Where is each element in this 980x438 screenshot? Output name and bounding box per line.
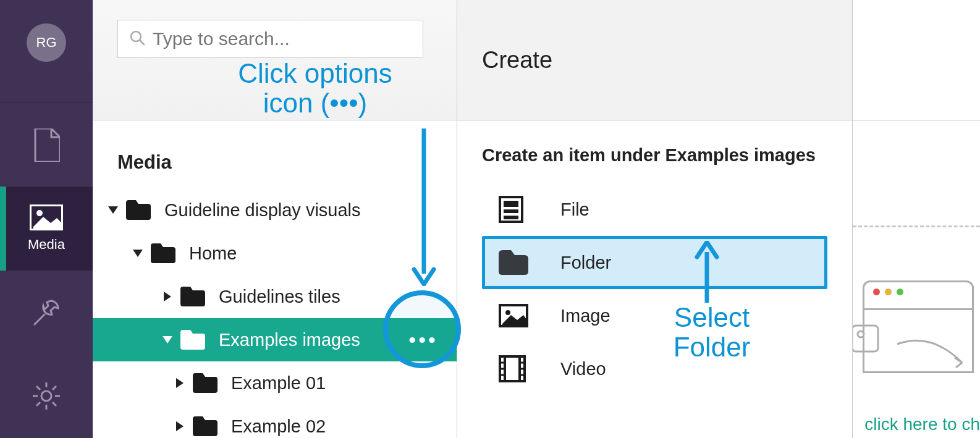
folder-icon xyxy=(193,373,218,393)
svg-line-8 xyxy=(53,402,56,406)
tree-node-example-02[interactable]: Example 02 xyxy=(93,405,457,438)
svg-point-2 xyxy=(41,391,51,401)
tree-node-label: Example 02 xyxy=(231,416,326,437)
create-option-label: Image xyxy=(560,306,610,326)
right-topbar xyxy=(853,0,980,120)
search-input[interactable] xyxy=(153,28,412,49)
nav-developer[interactable] xyxy=(0,354,93,438)
nav-content[interactable] xyxy=(0,103,93,187)
nav-media-label: Media xyxy=(28,237,65,253)
svg-point-1 xyxy=(36,210,43,216)
image-icon xyxy=(499,304,542,327)
svg-rect-15 xyxy=(504,209,518,213)
tree-node-label: Home xyxy=(189,243,237,264)
caret-right-icon xyxy=(173,376,187,390)
right-preview-strip: click here to ch xyxy=(853,0,980,438)
dashed-divider xyxy=(853,225,980,227)
change-link[interactable]: click here to ch xyxy=(864,415,980,434)
tree-panel: Media Guideline display visuals Home xyxy=(93,0,457,438)
svg-point-18 xyxy=(505,310,510,315)
create-option-label: Folder xyxy=(560,253,611,273)
create-option-list: File Folder Image xyxy=(482,183,827,395)
create-option-video[interactable]: Video xyxy=(482,342,827,395)
avatar-initials: RG xyxy=(36,35,57,51)
create-panel: Create Create an item under Examples ima… xyxy=(457,0,853,438)
image-icon xyxy=(30,204,63,230)
folder-icon xyxy=(499,250,542,275)
tree-node-root[interactable]: Guideline display visuals xyxy=(93,188,457,232)
film-icon xyxy=(499,355,542,382)
caret-right-icon xyxy=(161,290,174,303)
tree-node-label: Guideline display visuals xyxy=(164,200,361,221)
tree-node-label: Guidelines tiles xyxy=(219,287,340,307)
tree-node-label: Examples images xyxy=(219,330,360,350)
tree-node-label: Example 01 xyxy=(231,373,326,394)
search-box[interactable] xyxy=(117,20,423,58)
tree-section-title: Media xyxy=(93,120,457,174)
svg-rect-14 xyxy=(504,201,518,207)
svg-line-9 xyxy=(53,386,56,390)
tree-node-guidelines-tiles[interactable]: Guidelines tiles xyxy=(93,275,457,318)
tree-node-examples-images[interactable]: Examples images ••• xyxy=(93,318,457,361)
svg-point-29 xyxy=(858,331,864,337)
folder-icon xyxy=(126,200,151,220)
create-option-folder[interactable]: Folder xyxy=(482,236,827,289)
ellipsis-icon: ••• xyxy=(408,328,438,352)
tree-node-example-01[interactable]: Example 01 xyxy=(93,361,457,405)
caret-down-icon xyxy=(161,333,174,347)
page-icon xyxy=(33,128,60,162)
image-placeholder-icon xyxy=(851,324,879,355)
folder-icon xyxy=(151,243,175,263)
placeholder-window xyxy=(863,280,974,373)
svg-rect-16 xyxy=(504,216,518,219)
svg-rect-28 xyxy=(852,326,878,352)
search-icon xyxy=(129,30,145,48)
left-nav-rail: RG Media xyxy=(0,0,93,438)
file-cabinet-icon xyxy=(499,196,542,223)
window-traffic-lights-icon xyxy=(873,288,903,295)
svg-line-7 xyxy=(36,386,40,390)
caret-right-icon xyxy=(173,419,187,433)
create-option-label: File xyxy=(560,200,589,220)
avatar[interactable]: RG xyxy=(27,23,66,62)
svg-line-10 xyxy=(36,402,40,406)
folder-icon xyxy=(193,416,218,436)
caret-down-icon xyxy=(131,246,145,260)
create-subtitle: Create an item under Examples images xyxy=(482,145,827,166)
create-option-image[interactable]: Image xyxy=(482,289,827,342)
nav-media[interactable]: Media xyxy=(0,187,93,271)
folder-icon xyxy=(180,330,205,350)
create-option-file[interactable]: File xyxy=(482,183,827,236)
tree-node-home[interactable]: Home xyxy=(93,232,457,275)
create-title: Create xyxy=(482,47,552,74)
options-button[interactable]: ••• xyxy=(408,318,438,361)
nav-settings[interactable] xyxy=(0,271,93,355)
svg-line-12 xyxy=(140,40,144,44)
gear-icon xyxy=(32,381,61,411)
caret-down-icon xyxy=(106,203,120,217)
create-header: Create xyxy=(457,0,852,120)
wrench-icon xyxy=(32,298,61,327)
folder-icon xyxy=(180,287,205,306)
tree-header xyxy=(93,0,457,120)
media-tree: Guideline display visuals Home Guideli xyxy=(93,174,457,438)
curved-arrow-icon xyxy=(894,338,974,377)
create-option-label: Video xyxy=(560,359,606,379)
